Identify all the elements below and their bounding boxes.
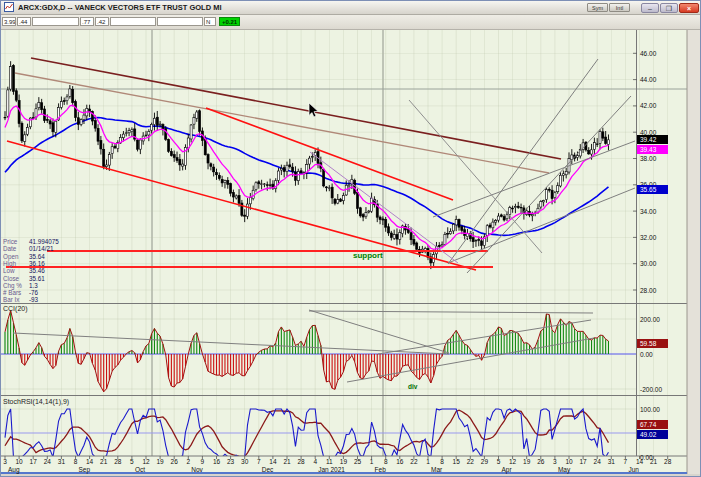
intl-button[interactable]: Intl bbox=[609, 3, 630, 12]
toolbar-field-6[interactable] bbox=[110, 17, 156, 26]
chart-canvas[interactable] bbox=[1, 1, 701, 477]
chart-app-icon bbox=[4, 2, 14, 12]
toolbar-field-2[interactable]: .44 bbox=[17, 17, 31, 26]
chart-window: CCI(20) StochRSI(14,14(1),9) support div… bbox=[0, 0, 701, 477]
maximize-button[interactable]: ❐ bbox=[660, 3, 678, 13]
window-title: ARCX:GDX,D -- VANECK VECTORS ETF TRUST G… bbox=[18, 3, 221, 12]
sym-button[interactable]: Sym bbox=[587, 3, 608, 12]
price-panel bbox=[4, 58, 635, 273]
title-bar[interactable]: ARCX:GDX,D -- VANECK VECTORS ETF TRUST G… bbox=[1, 1, 701, 15]
toolbar-field-5[interactable]: .42 bbox=[95, 17, 109, 26]
mouse-cursor-icon bbox=[309, 103, 318, 117]
toolbar-field-1[interactable]: 3.99 bbox=[2, 17, 16, 26]
quote-toolbar: 3.99.44.77.42N+0.21 bbox=[1, 15, 701, 30]
minimize-button[interactable]: – bbox=[641, 3, 659, 13]
toolbar-field-7[interactable] bbox=[157, 17, 203, 26]
trendline bbox=[433, 141, 635, 217]
toolbar-field-3[interactable] bbox=[32, 17, 79, 26]
net-change-badge: +0.21 bbox=[219, 17, 240, 26]
trendline bbox=[310, 152, 458, 263]
toolbar-field-8[interactable]: N bbox=[204, 17, 216, 26]
trendline bbox=[31, 58, 561, 159]
toolbar-field-4[interactable]: .77 bbox=[80, 17, 94, 26]
close-button[interactable]: × bbox=[679, 3, 699, 13]
